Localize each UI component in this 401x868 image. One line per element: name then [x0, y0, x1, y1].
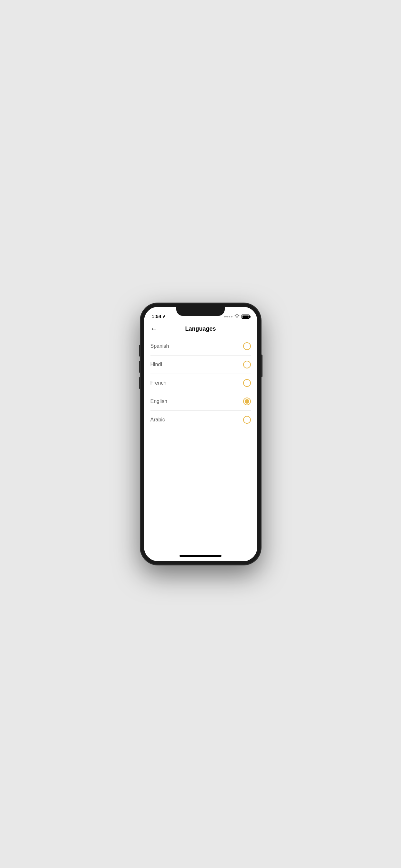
header: ← Languages [144, 321, 257, 337]
language-item-arabic[interactable]: Arabic [150, 411, 251, 429]
back-button[interactable]: ← [150, 326, 158, 333]
language-name-hindi: Hindi [150, 362, 162, 368]
language-name-arabic: Arabic [150, 417, 165, 423]
time-display: 1:54 [152, 314, 161, 319]
radio-spanish[interactable] [243, 342, 251, 350]
signal-dot-3 [228, 316, 230, 317]
location-icon: ⇗ [162, 314, 166, 319]
signal-dots [224, 316, 233, 317]
radio-french[interactable] [243, 379, 251, 387]
language-item-english[interactable]: English [150, 392, 251, 411]
status-time: 1:54 ⇗ [152, 314, 166, 319]
radio-english[interactable] [243, 398, 251, 405]
language-name-english: English [150, 399, 167, 404]
page-title: Languages [150, 326, 251, 332]
phone-frame: 1:54 ⇗ [140, 303, 261, 565]
battery-fill [243, 315, 249, 318]
notch [176, 307, 225, 316]
wifi-icon [235, 314, 240, 319]
status-right [224, 314, 250, 319]
signal-dot-2 [226, 316, 228, 317]
battery-icon [242, 314, 250, 319]
language-item-spanish[interactable]: Spanish [150, 337, 251, 355]
radio-hindi[interactable] [243, 361, 251, 368]
language-item-french[interactable]: French [150, 374, 251, 392]
signal-dot-4 [231, 316, 233, 317]
signal-dot-1 [224, 316, 226, 317]
language-name-french: French [150, 380, 166, 386]
home-indicator [144, 550, 257, 561]
home-bar [180, 555, 221, 557]
language-item-hindi[interactable]: Hindi [150, 355, 251, 374]
phone-screen: 1:54 ⇗ [144, 307, 257, 561]
language-list: Spanish Hindi French English Arabic [144, 337, 257, 550]
radio-inner-english [245, 399, 249, 404]
language-name-spanish: Spanish [150, 343, 169, 349]
radio-arabic[interactable] [243, 416, 251, 424]
